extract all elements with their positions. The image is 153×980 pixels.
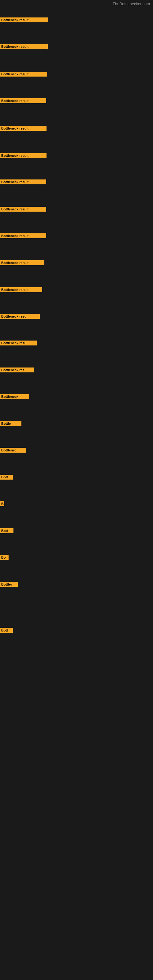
bottleneck-badge-16: Bottle: [0, 421, 21, 426]
bottleneck-badge-3: Bottleneck result: [0, 72, 47, 76]
site-title: TheBottlenecker.com: [113, 2, 150, 6]
bottleneck-badge-8: Bottleneck result: [0, 207, 46, 212]
bottleneck-badge-22: Bottler: [0, 582, 18, 587]
bottleneck-badge-6: Bottleneck result: [0, 153, 46, 158]
bottleneck-badge-1: Bottleneck result: [0, 18, 48, 22]
bottleneck-badge-14: Bottleneck res: [0, 368, 33, 372]
bottleneck-badge-23: Bott: [0, 628, 13, 633]
bottleneck-badge-19: B: [0, 501, 4, 506]
bottleneck-badge-11: Bottleneck result: [0, 287, 42, 292]
bottleneck-badge-10: Bottleneck result: [0, 260, 45, 265]
bottleneck-badge-2: Bottleneck result: [0, 44, 48, 49]
bottleneck-badge-13: Bottleneck resu: [0, 340, 37, 345]
bottleneck-badge-17: Bottlenec: [0, 448, 26, 453]
bottleneck-badge-21: Bo: [0, 555, 9, 560]
bottleneck-badge-9: Bottleneck result: [0, 233, 46, 238]
bottleneck-badge-12: Bottleneck resul: [0, 314, 40, 319]
bottleneck-badge-15: Bottleneck: [0, 394, 29, 399]
bottleneck-badge-20: Bott: [0, 528, 13, 533]
bottleneck-badge-4: Bottleneck result: [0, 98, 46, 103]
bottleneck-badge-5: Bottleneck result: [0, 126, 46, 131]
bottleneck-badge-18: Bott: [0, 475, 13, 480]
bottleneck-badge-7: Bottleneck result: [0, 180, 46, 185]
